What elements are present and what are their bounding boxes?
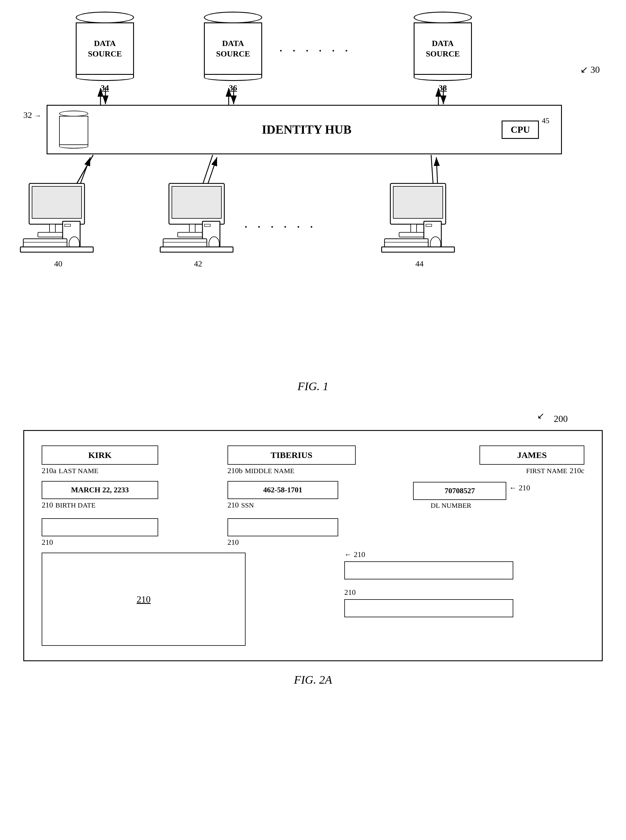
ref-210-e1: 210	[42, 538, 213, 547]
ds34-label: 34	[101, 83, 109, 92]
datasource-34: DATASOURCE 34	[76, 12, 134, 92]
workstation-44: 44	[379, 181, 460, 269]
fig2a-caption: FIG. 2A	[23, 673, 603, 687]
ref-200-container: 200 ↙	[23, 414, 568, 424]
empty-input-1	[42, 518, 158, 536]
middle-name-input: TIBERIUS	[227, 445, 356, 465]
ref-32-label: 32 →	[23, 110, 41, 120]
cpu-box: CPU	[502, 120, 539, 139]
workstation-42-ref: 42	[157, 259, 239, 269]
cylinder-body: DATASOURCE	[204, 22, 262, 75]
ref-210-e2: 210	[227, 538, 399, 547]
ref-210-sr2: 210	[344, 588, 584, 597]
svg-rect-30	[205, 224, 210, 226]
small-right-input-2	[344, 599, 513, 617]
svg-rect-34	[160, 247, 233, 252]
workstation-44-ref: 44	[379, 259, 460, 269]
ref-210c: 210c	[570, 467, 584, 475]
bottom-row: 210 ← 210 210	[42, 553, 584, 646]
hub-database	[59, 111, 88, 148]
cylinder-body: DATASOURCE	[76, 22, 134, 75]
svg-rect-21	[23, 239, 67, 247]
svg-rect-41	[385, 239, 428, 247]
ref-210-dl-arrow: ← 210	[509, 484, 530, 492]
middle-name-field: TIBERIUS 210b MIDDLE NAME	[227, 445, 399, 475]
workstation-44-svg	[379, 181, 460, 256]
cylinder-top	[204, 12, 262, 23]
small-right-input-1	[344, 561, 513, 579]
fig2a-main-box: KIRK 210a LAST NAME TIBERIUS 210b MIDDLE…	[23, 430, 603, 661]
birth-date-label-row: 210 BIRTH DATE	[42, 501, 213, 509]
ref-200: 200	[554, 414, 568, 424]
cpu-ref-label: 45	[542, 117, 549, 125]
svg-rect-26	[172, 186, 221, 219]
svg-rect-20	[65, 224, 70, 226]
cpu-label: CPU	[511, 124, 530, 135]
svg-rect-17	[50, 224, 55, 233]
ssn-label-row: 210 SSN	[227, 501, 399, 509]
last-name-field: KIRK 210a LAST NAME	[42, 445, 213, 475]
cylinder-bottom	[76, 74, 134, 81]
ref-210-bd: 210	[42, 501, 53, 509]
empty-spacer	[413, 518, 584, 547]
workstation-40-svg	[17, 181, 99, 256]
small-right-field-2: 210	[344, 588, 584, 617]
svg-rect-36	[393, 186, 443, 219]
identity-hub-label: IDENTITY HUB	[111, 123, 502, 137]
workstation-40-ref: 40	[17, 259, 99, 269]
empty-row: 210 210	[42, 518, 584, 547]
cylinder-bottom	[204, 74, 262, 81]
first-name-input: JAMES	[479, 445, 584, 465]
cylinder-bottom	[414, 74, 472, 81]
first-name-label-row: FIRST NAME 210c	[526, 467, 584, 475]
svg-rect-16	[32, 186, 81, 219]
ds38-label: 38	[439, 83, 447, 92]
ref-210-ssn: 210	[227, 501, 239, 509]
ssn-label: SSN	[241, 501, 254, 509]
ref-210a: 210a	[42, 467, 56, 475]
ssn-input: 462-58-1701	[227, 481, 338, 499]
cylinder-top	[414, 12, 472, 23]
last-name-label: LAST NAME	[59, 467, 99, 475]
id-row: MARCH 22, 2233 210 BIRTH DATE 462-58-170…	[42, 481, 584, 509]
ellipsis-dots: · · · · · ·	[280, 45, 352, 56]
dl-input: 70708527	[413, 482, 506, 500]
dl-input-row: 70708527 ← 210	[413, 482, 530, 500]
workstation-40: 40	[17, 181, 99, 269]
first-name-label: FIRST NAME	[526, 467, 567, 475]
large-field: 210	[42, 553, 330, 646]
fig2a-title: FIG. 2A	[294, 673, 332, 686]
fig2a-diagram: 200 ↙ KIRK 210a LAST NAME TIBERIUS 210b …	[0, 402, 626, 710]
svg-rect-37	[411, 224, 416, 233]
svg-rect-27	[189, 224, 195, 233]
datasource-36: DATASOURCE 36	[204, 12, 262, 92]
small-cyl-bottom	[59, 144, 88, 148]
svg-rect-40	[426, 224, 432, 226]
small-right-1-ref-row: ← 210	[344, 553, 584, 561]
ref-30: ↙ 30	[580, 64, 600, 75]
cylinder-body: DATASOURCE	[414, 22, 472, 75]
ds36-label: 36	[229, 83, 237, 92]
fig1-caption: FIG. 1	[0, 379, 626, 393]
empty-field-1: 210	[42, 518, 213, 547]
first-name-field: JAMES FIRST NAME 210c	[413, 445, 584, 475]
dl-field: 70708527 ← 210 DL NUMBER	[413, 482, 584, 509]
fig1-diagram: ↙ 30 DATASOURCE 34 DATASOURCE 36 · · · ·…	[0, 0, 626, 402]
svg-rect-24	[20, 247, 93, 252]
cylinder-top	[76, 12, 134, 23]
right-small-fields: ← 210 210	[344, 553, 584, 646]
workstation-42-svg	[157, 181, 239, 256]
small-right-field-1: ← 210	[344, 553, 584, 579]
large-input: 210	[42, 553, 246, 646]
workstation-42: 42	[157, 181, 239, 269]
ssn-field: 462-58-1701 210 SSN	[227, 481, 399, 509]
ref-210b: 210b	[227, 467, 243, 475]
empty-input-2	[227, 518, 338, 536]
workstation-dots: · · · · · ·	[245, 221, 317, 233]
birth-date-input: MARCH 22, 2233	[42, 481, 158, 499]
svg-rect-31	[163, 239, 207, 247]
large-ref-label: 210	[137, 594, 150, 605]
identity-hub-box: IDENTITY HUB CPU 45	[47, 105, 562, 154]
last-name-label-row: 210a LAST NAME	[42, 467, 213, 475]
birth-date-field: MARCH 22, 2233 210 BIRTH DATE	[42, 481, 213, 509]
